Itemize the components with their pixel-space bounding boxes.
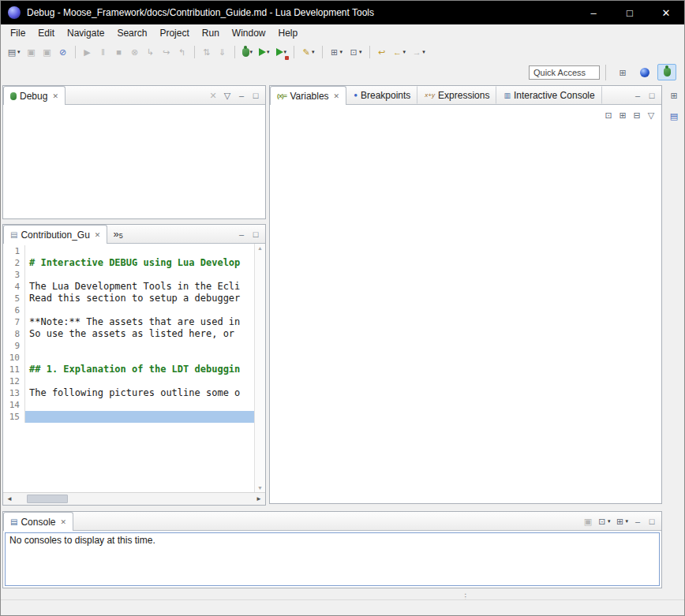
scroll-down-icon[interactable]: ▼ <box>257 485 263 491</box>
remove-all-terminated-button[interactable]: ✕ ▾ <box>207 88 219 103</box>
debug-button[interactable]: ▾ <box>240 43 256 61</box>
debug-view-content[interactable] <box>3 105 265 218</box>
icon-glyph: ⊞ <box>615 516 624 527</box>
tab-console[interactable]: ▤ Console ✕ <box>3 512 73 531</box>
maximize-view-button[interactable]: □ ▾ <box>249 227 262 241</box>
quick-access-input[interactable] <box>529 65 600 80</box>
restore-minimized-views-button[interactable]: ⊞ ▾ <box>668 88 680 103</box>
new-wizard-button[interactable]: ⊞ ▾ <box>328 43 346 61</box>
open-task-button[interactable]: ✎ ▾ <box>299 43 317 61</box>
back-button[interactable]: ← ▾ <box>391 43 409 61</box>
scrollbar-thumb[interactable] <box>27 495 68 503</box>
editor-horizontal-scrollbar[interactable]: ◄ ► <box>3 492 265 505</box>
editor-line: 10 <box>3 352 254 364</box>
scroll-left-icon[interactable]: ◄ <box>3 495 16 502</box>
save-button[interactable]: ▣ ▾ <box>24 43 39 61</box>
maximize-view-button[interactable]: □ ▾ <box>646 88 658 103</box>
icon-glyph: ⊡ <box>604 110 613 121</box>
toolbar-separator: ▾ <box>194 46 195 58</box>
external-tools-button[interactable]: ▾ <box>274 43 290 61</box>
step-over-button[interactable]: ↪ ▾ <box>159 43 174 61</box>
use-step-filters-button[interactable]: ⇅ ▾ <box>200 43 214 61</box>
drop-to-frame-button[interactable]: ⇓ ▾ <box>215 43 230 61</box>
open-element-button[interactable]: ⊡ ▾ <box>346 43 365 61</box>
close-window-button[interactable]: ✕ <box>648 1 684 24</box>
console-content[interactable]: No consoles to display at this time. <box>5 532 660 586</box>
resume-button[interactable]: ▶ ▾ <box>80 43 95 61</box>
menu-navigate[interactable]: Navigate <box>61 26 110 40</box>
minimize-window-button[interactable]: – <box>575 1 612 24</box>
icon-glyph: → <box>412 47 421 58</box>
editor-line: 11 ## 1. Explanation of the LDT debuggin <box>3 364 254 375</box>
dropdown-arrow-icon: ▾ <box>340 49 343 55</box>
display-selected-console-button[interactable]: ⊡ ▾ <box>596 514 612 528</box>
icon-glyph: ▤ <box>7 47 17 58</box>
maximize-view-button[interactable]: □ ▾ <box>249 88 262 103</box>
collapse-all-button[interactable]: ⊟ ▾ <box>631 108 643 122</box>
step-return-button[interactable]: ↰ ▾ <box>175 43 189 61</box>
icon-glyph: ✎ <box>301 47 311 58</box>
line-number: 11 <box>3 364 25 375</box>
menu-edit[interactable]: Edit <box>32 26 61 40</box>
open-console-button[interactable]: ⊞ ▾ <box>613 514 630 528</box>
icon-glyph: □ <box>647 516 657 527</box>
save-all-button[interactable]: ▣ ▾ <box>40 43 54 61</box>
tab-breakpoints[interactable]: ● Breakpoints ✕ <box>346 86 417 104</box>
menu-project[interactable]: Project <box>153 26 195 40</box>
minimize-view-button[interactable]: – ▾ <box>631 514 644 528</box>
hidden-editors-chevron[interactable]: »5 <box>107 225 128 243</box>
breakpoints-icon: ● <box>354 91 357 99</box>
terminate-button[interactable]: ■ ▾ <box>112 43 126 61</box>
tab-variables[interactable]: (x)= Variables ✕ <box>270 86 346 105</box>
menu-help[interactable]: Help <box>272 26 305 40</box>
menu-window[interactable]: Window <box>226 26 272 40</box>
maximize-view-button[interactable]: □ ▾ <box>646 514 658 528</box>
tab-interactive-console[interactable]: ▥ Interactive Console ✕ <box>496 86 601 104</box>
view-menu-button[interactable]: ▽ ▾ <box>221 88 234 103</box>
close-tab-icon[interactable]: ✕ <box>95 231 101 239</box>
line-number: 4 <box>3 281 25 293</box>
variables-view-content[interactable] <box>270 125 661 503</box>
suspend-button[interactable]: ‖ ▾ <box>96 43 110 61</box>
dropdown-arrow-icon: ▾ <box>250 49 253 55</box>
run-button[interactable]: ▾ <box>256 43 272 61</box>
editor-text-area[interactable]: 1 2 # Interactive DEBUG using Lua Develo… <box>3 244 254 492</box>
close-tab-icon[interactable]: ✕ <box>60 518 66 526</box>
minimized-outline-view-button[interactable]: ▤ ▾ <box>668 109 680 123</box>
tab-contribution-guide[interactable]: ▤ Contribution_Gu ✕ <box>3 225 107 244</box>
editor-vertical-scrollbar[interactable]: ▲ ▼ <box>254 244 265 492</box>
tab-expressions[interactable]: x+y Expressions ✕ <box>417 86 496 104</box>
scroll-up-icon[interactable]: ▲ <box>257 245 263 251</box>
step-into-button[interactable]: ↳ ▾ <box>144 43 158 61</box>
show-type-names-button[interactable]: ⊡ ▾ <box>602 108 615 122</box>
scroll-right-icon[interactable]: ► <box>253 495 265 502</box>
new-button[interactable]: ▤ ▾ <box>5 43 23 61</box>
minimize-view-button[interactable]: – ▾ <box>631 88 644 103</box>
minimize-view-button[interactable]: – ▾ <box>235 227 248 241</box>
menubar: FileEditNavigateSearchProjectRunWindowHe… <box>1 24 684 42</box>
last-edit-location-button[interactable]: ↩ ▾ <box>375 43 389 61</box>
icon-glyph: ■ <box>114 47 124 58</box>
disconnect-button[interactable]: ⊗ ▾ <box>128 43 142 61</box>
tab-debug[interactable]: Debug ✕ <box>3 86 66 105</box>
line-text: Read this section to setup a debugger <box>25 293 254 304</box>
open-perspective-button[interactable]: ⊞ ▾ <box>613 64 632 80</box>
menu-run[interactable]: Run <box>196 26 226 40</box>
close-tab-icon[interactable]: ✕ <box>52 92 58 100</box>
console-message: No consoles to display at this time. <box>9 535 155 546</box>
menu-file[interactable]: File <box>4 26 32 40</box>
menu-search[interactable]: Search <box>110 26 153 40</box>
show-logical-structures-button[interactable]: ⊞ ▾ <box>616 108 629 122</box>
line-text: So use the assets as listed here, or <box>25 328 254 340</box>
debug-perspective-button[interactable]: ▾ <box>657 64 676 80</box>
view-menu-button[interactable]: ▽ ▾ <box>645 108 657 122</box>
forward-button[interactable]: → ▾ <box>410 43 428 61</box>
maximize-window-button[interactable]: □ <box>612 1 648 24</box>
toolbar-separator: ▾ <box>369 46 370 58</box>
close-tab-icon[interactable]: ✕ <box>334 92 340 100</box>
minimize-view-button[interactable]: – ▾ <box>235 88 248 103</box>
skip-all-breakpoints-button[interactable]: ⊘ ▾ <box>56 43 70 61</box>
line-text <box>25 269 254 281</box>
pin-console-button[interactable]: ▣ ▾ <box>582 514 594 528</box>
lua-perspective-button[interactable]: ▾ <box>635 64 654 80</box>
